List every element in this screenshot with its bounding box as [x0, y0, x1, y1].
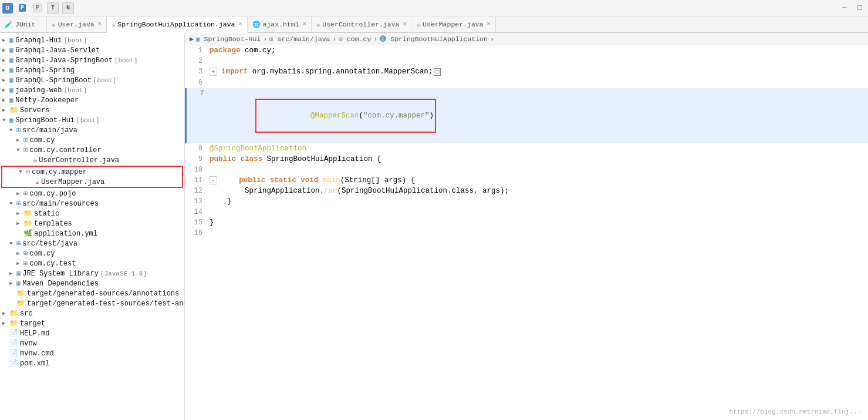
jeaping-web-label: jeaping-web [15, 86, 62, 95]
minimize-icon[interactable]: ─ [839, 2, 850, 14]
tab-springboothui-close[interactable]: × [239, 21, 242, 28]
sidebar-item-templates[interactable]: ▶ 📁 templates [0, 219, 184, 229]
sidebar-item-pom-xml[interactable]: 📄 pom.xml [0, 358, 184, 368]
sidebar-item-com-cy-mapper[interactable]: ▼ ⊞ com.cy.mapper [2, 167, 182, 177]
code-line-6: 6 [185, 78, 868, 88]
sidebar-item-src-main-java[interactable]: ▼ ⊞ src/main/java [0, 125, 184, 135]
sidebar-item-target-gen-sources[interactable]: 📁 target/generated-sources/annotations [0, 288, 184, 298]
breadcrumb-arrow4: › [490, 35, 494, 43]
sidebar-item-com-cy-pojo[interactable]: ▶ ⊞ com.cy.pojo [0, 189, 184, 199]
sidebar-item-graphql-java-servlet[interactable]: ▶ ▣ Graphql-Java-Servlet [0, 45, 184, 55]
sidebar-item-graphql-springboot[interactable]: ▶ ▣ GraphQL-SpringBoot [boot] [0, 75, 184, 85]
sidebar-item-netty-zookeeper[interactable]: ▶ ▣ Netty-Zookeeper [0, 95, 184, 105]
sidebar-item-com-cy[interactable]: ▶ ⊞ com.cy [0, 135, 184, 145]
main-area: ▶ ▣ Graphql-Hui [boot] ▶ ▣ Graphql-Java-… [0, 33, 868, 420]
maven-deps-label: Maven Dependencies [22, 280, 99, 288]
pkg-icon-com-cy: ⊞ [23, 136, 28, 145]
tab-user-java-close[interactable]: × [98, 21, 102, 28]
arrow-com-cy-test1: ▶ [16, 250, 23, 257]
project-icon[interactable]: D [2, 3, 13, 14]
line-num-13: 13 [185, 196, 207, 207]
watermark: https://blog.csdn.net/niad_fluj... [729, 408, 861, 415]
line-num-10: 10 [185, 164, 207, 175]
sidebar-item-static[interactable]: ▶ 📁 static [0, 209, 184, 219]
sidebar-item-mvnw-cmd[interactable]: 📄 mvnw.cmd [0, 348, 184, 358]
tab-user-java[interactable]: ☕ User.java × [47, 16, 107, 32]
tab-usercontroller-close[interactable]: × [403, 21, 406, 28]
line-num-15: 15 [185, 217, 207, 228]
code-line-16: 16 [185, 228, 868, 238]
sidebar-item-usermapper-file[interactable]: ☕ UserMapper.java [2, 177, 182, 187]
arrow-graphql-spring: ▶ [2, 67, 9, 73]
sidebar-item-servers[interactable]: ▶ 📁 Servers [0, 105, 184, 115]
code-line-11: 11 - public static void main(String[] ar… [185, 175, 868, 186]
sidebar-item-help-md[interactable]: 📄 HELP.md [0, 328, 184, 338]
panel-p2-icon[interactable]: P [32, 2, 43, 14]
tab-ajax-html[interactable]: 🌐 ajax.html × [248, 16, 312, 32]
sidebar-item-usercontroller-file[interactable]: ☕ UserController.java [0, 155, 184, 165]
folder-icon-target: 📁 [9, 319, 18, 328]
module-icon2: ▣ [9, 46, 13, 55]
sidebar-item-graphql-java-springboot[interactable]: ▶ ▣ Graphql-Java-SpringBoot [boot] [0, 55, 184, 65]
tab-usercontroller-java[interactable]: ☕ UserController.java × [312, 16, 412, 32]
top-toolbar: D P P T N ─ □ [0, 0, 868, 16]
panel-p1-icon[interactable]: P [16, 2, 28, 14]
editor-area: ▶ ▣ SpringBoot-Hui › ⊞ src/main/java › ⊞… [185, 33, 868, 420]
folder-icon-target-gen: 📁 [16, 289, 25, 298]
jre-badge: [JavaSE-1.8] [100, 270, 147, 277]
module-icon6: ▣ [9, 86, 13, 95]
sidebar-item-src[interactable]: ▶ 📁 src [0, 308, 184, 318]
arrow-netty-zookeeper: ▶ [2, 97, 9, 103]
breadcrumb-src: src/main/java [278, 35, 330, 43]
sidebar-item-jeaping-web[interactable]: ▶ ▣ jeaping-web [boot] [0, 85, 184, 95]
sidebar-item-target[interactable]: ▶ 📁 target [0, 318, 184, 328]
line-content-9: public class SpringBootHuiApplication { [207, 154, 868, 164]
tab-springboothui-java[interactable]: ☕ SpringBootHuiApplication.java × [107, 17, 248, 33]
arrow-springboot-hui: ▼ [2, 117, 9, 123]
code-line-9: 9 public class SpringBootHuiApplication … [185, 154, 868, 164]
sidebar-item-maven-deps[interactable]: ▶ ▣ Maven Dependencies [0, 278, 184, 288]
pkg-icon-resources: ⊞ [16, 199, 21, 208]
tab-usermapper-close[interactable]: × [487, 21, 491, 28]
src-main-java-label: src/main/java [22, 126, 77, 135]
tab-user-java-label: User.java [58, 21, 94, 28]
sidebar-item-src-main-resources[interactable]: ▼ ⊞ src/main/resources [0, 199, 184, 209]
breadcrumb-comcy: com.cy [347, 35, 371, 43]
arrow-com-cy: ▶ [16, 137, 23, 143]
pom-xml-label: pom.xml [20, 359, 49, 368]
sidebar-item-graphql-hui[interactable]: ▶ ▣ Graphql-Hui [boot] [0, 35, 184, 45]
sidebar-item-graphql-spring[interactable]: ▶ ▣ Graphql-Spring [0, 65, 184, 75]
tab-usermapper-java[interactable]: ☕ UserMapper.java × [411, 16, 495, 32]
yaml-icon: 🌿 [23, 229, 32, 238]
pkg-icon-mapper: ⊞ [26, 167, 30, 176]
graphql-java-servlet-label: Graphql-Java-Servlet [15, 46, 100, 55]
notification-icon[interactable]: N [62, 2, 74, 14]
sidebar-item-target-gen-test[interactable]: 📁 target/generated-test-sources/test-ann… [0, 298, 184, 308]
line-num-1: 1 [185, 45, 207, 56]
module-icon: ▣ [9, 36, 13, 45]
tab-junit[interactable]: 🧪 JUnit [0, 16, 47, 32]
line-num-12: 12 [185, 186, 207, 196]
maximize-icon[interactable]: □ [854, 2, 866, 14]
arrow-graphql-hui: ▶ [2, 37, 9, 43]
editor-content[interactable]: 1 package com.cy; 2 3 + import org.mybat… [185, 45, 868, 420]
ajax-icon: 🌐 [252, 21, 261, 28]
sidebar-item-application-yml[interactable]: 🌿 application.yml [0, 229, 184, 238]
jeaping-web-badge: [boot] [63, 87, 87, 94]
sidebar-item-mvnw[interactable]: 📄 mvnw [0, 338, 184, 348]
task-icon[interactable]: T [47, 2, 59, 14]
graphql-hui-badge: [boot] [63, 37, 87, 44]
sidebar-item-com-cy-test[interactable]: ▶ ⊞ com.cy.test [0, 258, 184, 268]
sidebar-item-com-cy-test1[interactable]: ▶ ⊞ com.cy [0, 248, 184, 258]
sidebar-item-src-test-java[interactable]: ▼ ⊞ src/test/java [0, 238, 184, 248]
folder-icon-static: 📁 [23, 209, 32, 218]
code-line-12: 12 SpringApplication.run(SpringBootHuiAp… [185, 186, 868, 196]
templates-label: templates [34, 220, 72, 228]
breadcrumb-project: SpringBoot-Hui [204, 35, 261, 43]
sidebar-item-com-cy-controller[interactable]: ▼ ⊞ com.cy.controller [0, 145, 184, 155]
tab-ajax-close[interactable]: × [303, 21, 306, 28]
sidebar-item-springboot-hui[interactable]: ▼ ▣ SpringBoot-Hui [boot] [0, 115, 184, 125]
sidebar-item-jre-library[interactable]: ▶ ▣ JRE System Library [JavaSE-1.8] [0, 268, 184, 278]
com-cy-controller-label: com.cy.controller [29, 146, 101, 154]
src-label: src [20, 310, 33, 318]
